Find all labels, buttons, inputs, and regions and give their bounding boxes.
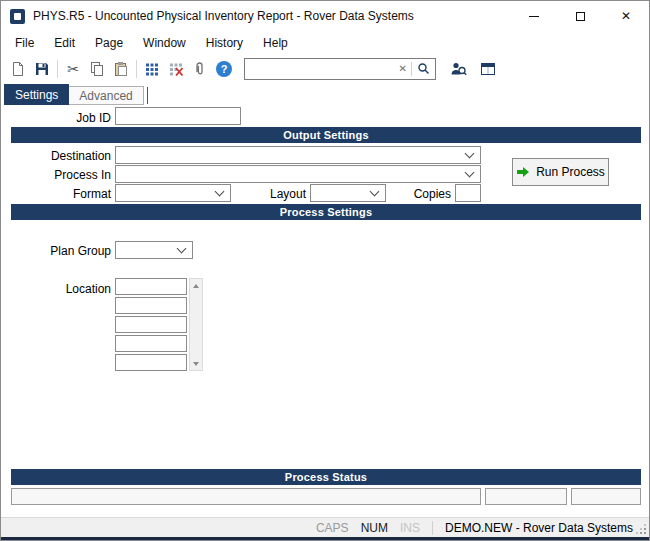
chevron-down-icon <box>465 168 475 178</box>
help-icon: ? <box>216 61 232 77</box>
window-title: PHYS.R5 - Uncounted Physical Inventory R… <box>33 9 414 23</box>
app-window: PHYS.R5 - Uncounted Physical Inventory R… <box>0 0 650 541</box>
destination-label: Destination <box>11 149 111 163</box>
toolbar: ✂ ? ✕ <box>1 54 649 83</box>
app-icon <box>10 9 25 24</box>
tab-settings-label: Settings <box>15 88 58 102</box>
location-input-2[interactable] <box>115 297 187 314</box>
chevron-down-icon <box>215 187 225 197</box>
run-process-button[interactable]: Run Process <box>512 158 609 186</box>
location-input-1[interactable] <box>115 278 187 295</box>
plan-group-select[interactable] <box>115 241 193 259</box>
help-button[interactable]: ? <box>212 57 236 81</box>
destination-select[interactable] <box>115 146 481 164</box>
attachment-icon <box>192 61 208 77</box>
attachment-button[interactable] <box>188 57 212 81</box>
chevron-down-icon <box>370 187 380 197</box>
minimize-button[interactable] <box>511 1 557 31</box>
window-controls: ✕ <box>511 1 649 31</box>
format-select[interactable] <box>115 184 231 202</box>
cut-button[interactable]: ✂ <box>61 57 85 81</box>
chevron-down-icon <box>177 244 187 254</box>
tabstrip: Settings Advanced <box>1 83 649 105</box>
ins-indicator: INS <box>400 521 420 535</box>
menu-page[interactable]: Page <box>85 33 133 53</box>
tab-settings[interactable]: Settings <box>4 84 69 105</box>
location-scrollbar[interactable] <box>189 278 203 371</box>
scroll-down-button[interactable] <box>190 357 202 370</box>
menu-history[interactable]: History <box>196 33 253 53</box>
process-status-message-field <box>11 488 481 505</box>
window-layout-icon <box>480 61 496 77</box>
location-label: Location <box>11 282 111 296</box>
section-process-status: Process Status <box>11 469 641 485</box>
section-process-settings: Process Settings <box>11 204 641 220</box>
layout-select[interactable] <box>310 184 386 202</box>
maximize-button[interactable] <box>557 1 603 31</box>
resize-grip[interactable] <box>644 532 646 534</box>
tab-advanced-label: Advanced <box>79 89 132 103</box>
close-icon: ✕ <box>621 9 631 23</box>
search-magnifier-button[interactable] <box>412 62 435 75</box>
menu-file[interactable]: File <box>5 33 44 53</box>
paste-icon <box>113 61 129 77</box>
bottom-accent-strip <box>1 537 649 541</box>
arrow-down-icon <box>193 362 199 366</box>
copy-button[interactable] <box>85 57 109 81</box>
process-status-field-3 <box>571 488 641 505</box>
job-id-input[interactable] <box>115 107 241 125</box>
chevron-down-icon <box>465 149 475 159</box>
location-input-3[interactable] <box>115 316 187 333</box>
window-layout-button[interactable] <box>476 57 500 81</box>
caps-indicator: CAPS <box>316 521 349 535</box>
user-search-icon <box>450 61 467 77</box>
statusbar: CAPS NUM INS DEMO.NEW - Rover Data Syste… <box>1 517 649 537</box>
grid-records-button[interactable] <box>140 57 164 81</box>
save-button[interactable] <box>30 57 54 81</box>
toolbar-search-box: ✕ <box>244 58 436 80</box>
plan-group-label: Plan Group <box>11 244 111 258</box>
grid-records-icon <box>144 61 160 77</box>
job-id-label: Job ID <box>11 111 111 125</box>
new-document-button[interactable] <box>6 57 30 81</box>
section-output-settings: Output Settings <box>11 127 641 143</box>
search-magnifier-icon <box>417 62 430 75</box>
new-document-icon <box>10 61 26 77</box>
num-indicator: NUM <box>361 521 388 535</box>
minimize-icon <box>529 16 539 17</box>
session-label: DEMO.NEW - Rover Data Systems <box>445 521 633 535</box>
titlebar: PHYS.R5 - Uncounted Physical Inventory R… <box>1 1 649 31</box>
paste-button[interactable] <box>109 57 133 81</box>
toolbar-separator <box>136 60 137 78</box>
copy-icon <box>89 61 105 77</box>
menu-edit[interactable]: Edit <box>44 33 85 53</box>
statusbar-separator <box>432 521 433 535</box>
copies-label: Copies <box>399 187 451 201</box>
process-status-field-2 <box>485 488 567 505</box>
user-search-button[interactable] <box>446 57 470 81</box>
grid-delete-icon <box>168 61 184 77</box>
menu-help[interactable]: Help <box>253 33 298 53</box>
tabstrip-edge <box>147 87 148 104</box>
menubar: File Edit Page Window History Help <box>1 31 649 54</box>
run-process-label: Run Process <box>536 165 605 179</box>
scroll-up-button[interactable] <box>190 279 202 292</box>
search-input[interactable] <box>245 59 395 79</box>
copies-input[interactable] <box>455 184 481 202</box>
cut-icon: ✂ <box>67 62 79 76</box>
search-clear-icon[interactable]: ✕ <box>395 63 411 74</box>
process-in-label: Process In <box>11 168 111 182</box>
close-button[interactable]: ✕ <box>603 1 649 31</box>
run-arrow-icon <box>516 166 530 178</box>
location-input-4[interactable] <box>115 335 187 352</box>
grid-delete-button[interactable] <box>164 57 188 81</box>
layout-label: Layout <box>246 187 306 201</box>
arrow-up-icon <box>193 284 199 288</box>
process-in-select[interactable] <box>115 165 481 183</box>
toolbar-separator <box>57 60 58 78</box>
location-input-5[interactable] <box>115 354 187 371</box>
save-icon <box>34 61 50 77</box>
menu-window[interactable]: Window <box>133 33 196 53</box>
tab-advanced[interactable]: Advanced <box>69 86 143 105</box>
format-label: Format <box>11 187 111 201</box>
